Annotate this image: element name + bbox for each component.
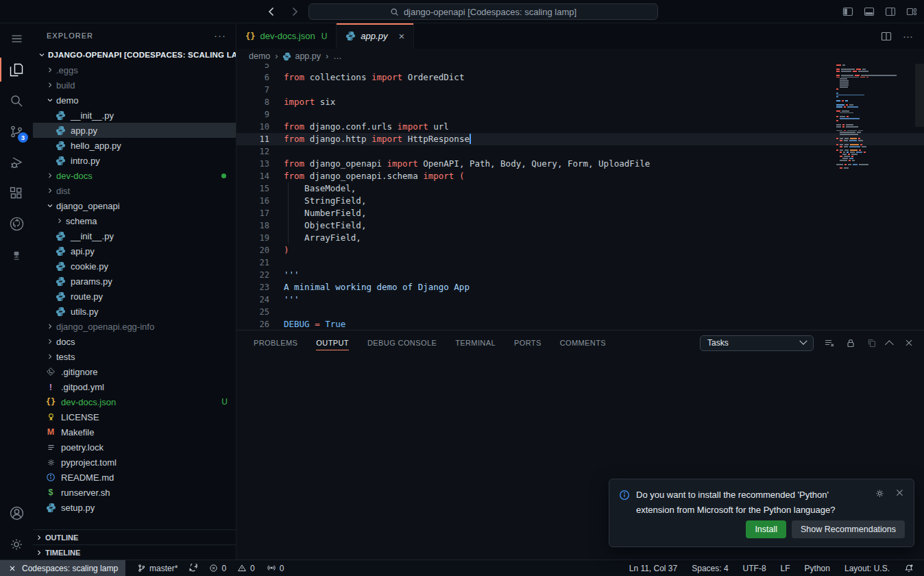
tree-item-app.py[interactable]: app.py: [33, 123, 236, 138]
code-line-24[interactable]: 24''': [236, 293, 924, 306]
forward-icon[interactable]: [289, 6, 300, 17]
code-editor[interactable]: 56from collections import OrderedDict78i…: [236, 64, 924, 330]
notification-close-icon[interactable]: [895, 488, 904, 499]
close-tab-icon[interactable]: ×: [398, 31, 404, 41]
source-control-icon[interactable]: 3: [0, 116, 33, 147]
explorer-more-actions-icon[interactable]: ···: [214, 29, 226, 41]
open-output-in-editor-icon[interactable]: [866, 337, 877, 348]
back-icon[interactable]: [266, 6, 277, 17]
code-line-23[interactable]: 23A minimal working demo of Django App: [236, 281, 924, 293]
editor-more-actions-icon[interactable]: ···: [903, 30, 913, 42]
run-debug-icon[interactable]: [0, 147, 33, 178]
tree-item-tests[interactable]: tests: [33, 349, 236, 364]
toggle-sidebar-left-icon[interactable]: [842, 6, 853, 17]
tree-item-setup.py[interactable]: setup.py: [33, 500, 236, 515]
keyboard-layout-status[interactable]: Layout: U.S.: [844, 564, 890, 573]
ports-status[interactable]: 0: [267, 564, 284, 573]
indentation-status[interactable]: Spaces: 4: [692, 564, 728, 573]
editor-scrollbar[interactable]: [915, 64, 924, 127]
minimap[interactable]: [836, 64, 913, 171]
panel-tab-problems[interactable]: PROBLEMS: [254, 331, 297, 355]
tree-item-pyproject.toml[interactable]: pyproject.toml: [33, 455, 236, 470]
tree-item-poetry.lock[interactable]: poetry.lock: [33, 440, 236, 455]
toggle-sidebar-right-icon[interactable]: [885, 6, 896, 17]
code-line-5[interactable]: 5: [236, 64, 924, 71]
tree-item-.gitpod.yml[interactable]: !.gitpod.yml: [33, 379, 236, 394]
panel-tab-comments[interactable]: COMMENTS: [560, 331, 606, 355]
language-mode-status[interactable]: Python: [805, 564, 830, 573]
code-line-8[interactable]: 8import six: [236, 96, 924, 108]
code-line-14[interactable]: 14from django_openapi.schema import (: [236, 170, 924, 182]
tree-item-dev-docs[interactable]: dev-docs: [33, 168, 236, 183]
tree-item-hello_app.py[interactable]: hello_app.py: [33, 138, 236, 153]
code-line-10[interactable]: 10from django.conf.urls import url: [236, 121, 924, 133]
tree-item-dev-docs.json[interactable]: {}dev-docs.jsonU: [33, 394, 236, 409]
code-line-7[interactable]: 7: [236, 84, 924, 96]
lock-icon[interactable]: [845, 337, 856, 348]
tree-item-runserver.sh[interactable]: $runserver.sh: [33, 485, 236, 500]
code-line-11[interactable]: 11from django.http import HttpResponse: [236, 133, 924, 145]
tab-app-py[interactable]: app.py ×: [337, 23, 414, 49]
eol-status[interactable]: LF: [781, 564, 790, 573]
code-line-20[interactable]: 20): [236, 244, 924, 256]
problems-status[interactable]: 0 0: [209, 564, 254, 573]
tab-dev-docs-json[interactable]: {} dev-docs.json U: [236, 23, 337, 49]
notifications-bell-icon[interactable]: [904, 564, 914, 573]
github-icon[interactable]: [0, 208, 33, 239]
code-line-18[interactable]: 18 ObjectField,: [236, 219, 924, 232]
code-line-26[interactable]: 26DEBUG = True: [236, 318, 924, 330]
tree-item-django_openapi[interactable]: django_openapi: [33, 198, 236, 213]
code-line-6[interactable]: 6from collections import OrderedDict: [236, 71, 924, 84]
dev-docs-extension-icon[interactable]: [0, 239, 33, 270]
explorer-icon[interactable]: [0, 54, 33, 85]
code-line-13[interactable]: 13from django_openapi import OpenAPI, Pa…: [236, 158, 924, 170]
remote-indicator[interactable]: Codespaces: scaling lamp: [0, 560, 125, 576]
code-line-15[interactable]: 15 BaseModel,: [236, 182, 924, 195]
tree-item-README.md[interactable]: README.md: [33, 470, 236, 485]
command-center-search[interactable]: django-openapi [Codespaces: scaling lamp…: [308, 3, 658, 20]
code-line-9[interactable]: 9: [236, 108, 924, 121]
account-icon[interactable]: [0, 498, 33, 529]
show-recommendations-button[interactable]: Show Recommendations: [792, 520, 905, 538]
maximize-panel-icon[interactable]: [885, 340, 894, 349]
code-line-19[interactable]: 19 ArrayField,: [236, 232, 924, 244]
customize-layout-icon[interactable]: [906, 6, 917, 17]
output-channel-select[interactable]: Tasks: [700, 335, 814, 351]
panel-tab-ports[interactable]: PORTS: [514, 331, 542, 355]
timeline-section[interactable]: TIMELINE: [33, 544, 236, 560]
tree-item-__init__.py[interactable]: __init__.py: [33, 108, 236, 123]
tree-item-build[interactable]: build: [33, 77, 236, 93]
panel-tab-output[interactable]: OUTPUT: [316, 331, 349, 355]
extensions-icon[interactable]: [0, 178, 33, 208]
cursor-position-status[interactable]: Ln 11, Col 37: [629, 564, 678, 573]
panel-tab-debug-console[interactable]: DEBUG CONSOLE: [367, 331, 437, 355]
tree-item-Makefile[interactable]: MMakefile: [33, 424, 236, 440]
toggle-panel-icon[interactable]: [864, 6, 875, 17]
tree-item-.gitignore[interactable]: .gitignore: [33, 364, 236, 379]
tree-item-utils.py[interactable]: utils.py: [33, 304, 236, 319]
tree-item-__init__.py[interactable]: __init__.py: [33, 228, 236, 243]
breadcrumb-item-symbol[interactable]: …: [333, 51, 342, 61]
tree-root-folder[interactable]: DJANGO-OPENAPI [CODESPACES: SCALING LA..…: [33, 47, 236, 62]
split-editor-icon[interactable]: [881, 31, 892, 42]
tree-item-api.py[interactable]: api.py: [33, 243, 236, 259]
install-button[interactable]: Install: [746, 520, 786, 538]
tree-item-params.py[interactable]: params.py: [33, 274, 236, 289]
tree-item-docs[interactable]: docs: [33, 334, 236, 349]
tree-item-demo[interactable]: demo: [33, 93, 236, 108]
panel-tab-terminal[interactable]: TERMINAL: [455, 331, 496, 355]
code-line-16[interactable]: 16 StringField,: [236, 195, 924, 207]
tree-item-cookie.py[interactable]: cookie.py: [33, 259, 236, 274]
clear-output-icon[interactable]: [824, 337, 835, 348]
search-view-icon[interactable]: [0, 85, 33, 116]
tree-item-route.py[interactable]: route.py: [33, 289, 236, 304]
code-line-25[interactable]: 25: [236, 306, 924, 318]
tree-item-schema[interactable]: schema: [33, 213, 236, 228]
settings-gear-icon[interactable]: [0, 529, 33, 560]
tree-item-dist[interactable]: dist: [33, 183, 236, 198]
code-line-17[interactable]: 17 NumberField,: [236, 207, 924, 219]
outline-section[interactable]: OUTLINE: [33, 529, 236, 544]
git-branch-status[interactable]: master*: [137, 564, 197, 573]
code-line-22[interactable]: 22''': [236, 269, 924, 281]
tree-item-.eggs[interactable]: .eggs: [33, 62, 236, 77]
